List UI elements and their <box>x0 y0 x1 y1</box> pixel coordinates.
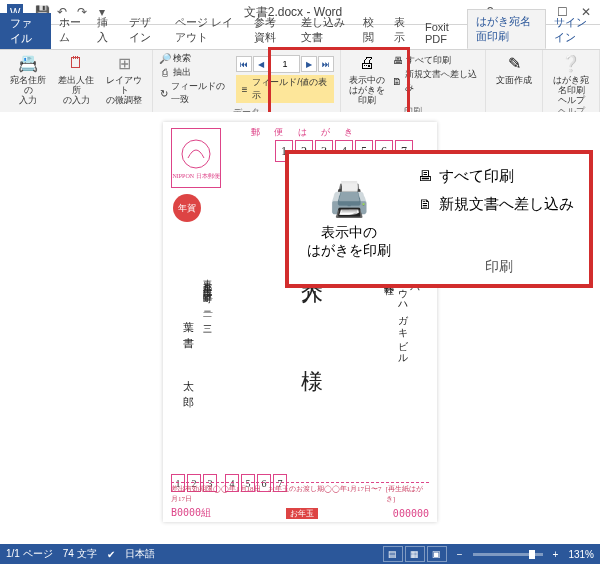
group-addresses: 📇 宛名住所の 入力 🗒 差出人住所 の入力 ⊞ レイアウト の微調整 <box>0 50 153 114</box>
sender-icon: 🗒 <box>65 52 87 74</box>
extract-icon: ⎙ <box>159 67 171 79</box>
sender-name: 葉 書 太 郎 <box>181 312 196 422</box>
tab-references[interactable]: 参考資料 <box>246 11 293 49</box>
file-tab[interactable]: ファイル <box>0 13 51 49</box>
ribbon: 📇 宛名住所の 入力 🗒 差出人住所 の入力 ⊞ レイアウト の微調整 🔎検索 … <box>0 50 600 115</box>
nenga-mark: 年賀 <box>173 194 201 222</box>
prev-record-button[interactable]: ◀ <box>253 56 269 72</box>
record-number-input[interactable] <box>270 55 300 73</box>
view-buttons: ▤ ▦ ▣ <box>383 546 447 562</box>
tab-review[interactable]: 校閲 <box>355 11 386 49</box>
search-icon: 🔎 <box>159 53 171 65</box>
print-all-button[interactable]: 🖶すべて印刷 <box>392 54 479 67</box>
zoom-level[interactable]: 131% <box>568 549 594 560</box>
merge-icon: 🗎 <box>415 194 435 214</box>
tab-design[interactable]: デザイン <box>121 11 168 49</box>
zoom-in-button[interactable]: + <box>553 549 559 560</box>
print-all-callout[interactable]: 🖶 すべて印刷 <box>415 162 583 190</box>
tab-foxit[interactable]: Foxit PDF <box>417 17 467 49</box>
signin-link[interactable]: サインイン <box>546 11 600 49</box>
printer-icon-large: 🖨️ <box>328 179 370 219</box>
print-group-callout: 🖨️ 表示中の はがきを印刷 🖶 すべて印刷 🗎 新規文書へ差し込み 印刷 <box>285 150 593 288</box>
postal-header: 郵 便 は が き <box>251 126 359 139</box>
search-button[interactable]: 🔎検索 <box>159 52 230 65</box>
print-view-button[interactable]: ▦ <box>405 546 425 562</box>
field-icon: ≡ <box>239 83 250 95</box>
sender-address: 東京都千代田区筆町一―二―三 <box>201 272 214 432</box>
create-design-button[interactable]: ✎ 文面作成 <box>492 52 536 85</box>
extract-button[interactable]: ⎙抽出 <box>159 66 230 79</box>
printall-icon: 🖶 <box>415 166 435 186</box>
proofing-icon[interactable]: ✔ <box>107 549 115 560</box>
zoom-out-button[interactable]: − <box>457 549 463 560</box>
printer-icon: 🖨 <box>356 52 378 74</box>
callout-group-label: 印刷 <box>415 258 583 276</box>
read-view-button[interactable]: ▤ <box>383 546 403 562</box>
zoom-slider[interactable] <box>473 553 543 556</box>
lottery-number: 000000 <box>393 508 429 519</box>
lottery-row: B0000組 お年玉 000000 <box>171 506 429 520</box>
merge-icon: 🗎 <box>392 75 403 87</box>
char-count[interactable]: 74 文字 <box>63 547 97 561</box>
address-icon: 📇 <box>17 52 39 74</box>
tab-hagaki-print[interactable]: はがき宛名面印刷 <box>467 9 546 49</box>
recipient-address-button[interactable]: 📇 宛名住所の 入力 <box>6 52 50 105</box>
group-print: 🖨 表示中の はがきを印刷 🖶すべて印刷 🗎新規文書へ差し込み 印刷 <box>341 50 486 114</box>
first-record-button[interactable]: ⏮ <box>236 56 252 72</box>
match-icon: ↻ <box>159 87 169 99</box>
design-icon: ✎ <box>503 52 525 74</box>
web-view-button[interactable]: ▣ <box>427 546 447 562</box>
svg-point-2 <box>182 140 210 168</box>
tab-pagelayout[interactable]: ページ レイアウト <box>167 11 246 49</box>
page-indicator[interactable]: 1/1 ページ <box>6 547 53 561</box>
last-record-button[interactable]: ⏭ <box>318 56 334 72</box>
tab-insert[interactable]: 挿入 <box>89 11 120 49</box>
recipient-suffix: 様 <box>297 352 327 354</box>
next-record-button[interactable]: ▶ <box>301 56 317 72</box>
lottery-label: お年玉 <box>286 508 318 519</box>
stamp-area: NIPPON 日本郵便 <box>171 128 221 188</box>
merge-to-doc-button[interactable]: 🗎新規文書へ差し込み <box>392 68 479 94</box>
printall-icon: 🖶 <box>392 55 404 67</box>
postcard-footer: 差出有効期限◯◯年1月18日 お年玉のお渡し期◯◯年1月17日〜7月17日 [再… <box>171 482 429 504</box>
print-current-label: 表示中の はがきを印刷 <box>307 223 391 259</box>
sender-address-button[interactable]: 🗒 差出人住所 の入力 <box>54 52 98 105</box>
statusbar: 1/1 ページ 74 文字 ✔ 日本語 ▤ ▦ ▣ − + 131% <box>0 544 600 564</box>
toggle-field-display-button[interactable]: ≡フィールド/値の表示 <box>236 75 334 103</box>
field-match-button[interactable]: ↻フィールドの一致 <box>159 80 230 106</box>
lottery-group: B0000組 <box>171 506 211 520</box>
tab-view[interactable]: 表示 <box>386 11 417 49</box>
group-data: 🔎検索 ⎙抽出 ↻フィールドの一致 ⏮ ◀ ▶ ⏭ ≡フィールド/値の表示 デー… <box>153 50 341 114</box>
merge-callout[interactable]: 🗎 新規文書へ差し込み <box>415 190 583 218</box>
tab-home[interactable]: ホーム <box>51 11 90 49</box>
layout-adjust-button[interactable]: ⊞ レイアウト の微調整 <box>102 52 146 105</box>
print-current-button[interactable]: 🖨 表示中の はがきを印刷 <box>347 52 388 105</box>
group-create: ✎ 文面作成 <box>486 50 543 114</box>
help-icon: ❔ <box>560 52 582 74</box>
tab-mailings[interactable]: 差し込み文書 <box>293 11 355 49</box>
layout-icon: ⊞ <box>113 52 135 74</box>
hagaki-help-button[interactable]: ❔ はがき宛名印刷 ヘルプ <box>549 52 593 105</box>
group-help: ❔ はがき宛名印刷 ヘルプ ヘルプ <box>543 50 600 114</box>
ribbon-tabs: ファイル ホーム 挿入 デザイン ページ レイアウト 参考資料 差し込み文書 校… <box>0 25 600 50</box>
language-indicator[interactable]: 日本語 <box>125 547 155 561</box>
record-navigator: ⏮ ◀ ▶ ⏭ <box>236 55 334 73</box>
